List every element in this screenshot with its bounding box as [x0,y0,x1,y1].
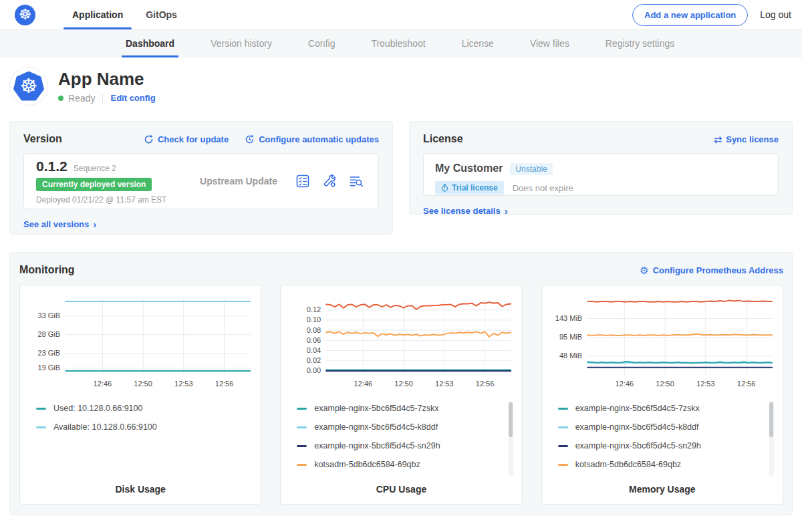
legend-label: example-nginx-5bc6f5d4c5-sn29h [575,441,701,450]
gear-icon: ⚙ [640,265,648,275]
top-tab-application[interactable]: Application [61,0,134,29]
memory-usage-legend: example-nginx-5bc6f5d4c5-7zskxexample-ng… [549,399,776,478]
channel-badge: Unstable [510,163,552,175]
svg-text:12:50: 12:50 [134,380,152,388]
sub-tab-version-history[interactable]: Version history [211,30,272,57]
legend-label: Available: 10.128.0.66:9100 [53,422,157,432]
svg-text:12:46: 12:46 [94,380,112,388]
cpu-usage-legend: example-nginx-5bc6f5d4c5-7zskxexample-ng… [287,399,515,478]
divider [102,94,103,103]
svg-text:0.04: 0.04 [307,346,321,354]
preflight-checks-icon[interactable] [295,174,310,188]
legend-swatch-icon [297,408,307,410]
license-type-badge: Trial license [435,181,504,194]
app-sub-nav: DashboardVersion historyConfigTroublesho… [0,29,802,57]
svg-text:48 MiB: 48 MiB [559,352,582,360]
legend-label: Used: 10.128.0.66:9100 [53,404,142,413]
legend-scrollbar-thumb[interactable] [509,402,513,437]
disk-usage-legend: Used: 10.128.0.66:9100Available: 10.128.… [27,399,254,478]
legend-swatch-icon [297,445,307,447]
svg-text:12:53: 12:53 [696,380,715,388]
legend-item: Used: 10.128.0.66:9100 [36,399,242,418]
svg-text:12:56: 12:56 [737,380,755,388]
sub-tab-license[interactable]: License [462,30,494,57]
sub-tab-config[interactable]: Config [308,30,335,57]
current-version-box: 0.1.2 Sequence 2 Currently deployed vers… [23,153,379,209]
svg-text:0.08: 0.08 [307,326,321,334]
configure-automatic-updates-link[interactable]: Configure automatic updates [245,134,379,144]
legend-swatch-icon [558,408,568,410]
sub-tab-dashboard[interactable]: Dashboard [126,30,174,57]
sub-tab-registry-settings[interactable]: Registry settings [606,30,674,57]
svg-text:143 MiB: 143 MiB [555,314,581,322]
monitoring-section: Monitoring ⚙ Configure Prometheus Addres… [9,252,793,515]
svg-text:0.02: 0.02 [307,356,321,364]
svg-text:0.00: 0.00 [307,366,321,374]
memory-usage-chart: 143 MiB95 MiB48 MiB12:4612:5012:5312:56 [549,292,776,394]
customer-name: My Customer [435,162,503,174]
logout-link[interactable]: Log out [760,9,791,20]
legend-label: example-nginx-5bc6f5d4c5-7zskx [575,404,700,413]
sub-tab-view-files[interactable]: View files [530,30,569,57]
legend-swatch-icon [297,464,307,466]
monitoring-title: Monitoring [19,264,75,276]
svg-text:0.10: 0.10 [307,315,321,323]
legend-item: example-nginx-5bc6f5d4c5-sn29h [558,436,764,455]
edit-config-link[interactable]: Edit config [110,93,155,103]
legend-item: kotsadm-5db6dc6584-69qbz [558,455,764,474]
kubernetes-logo-icon[interactable]: ☸ [15,5,35,25]
version-card: Version Check for update Configure au [9,121,393,235]
legend-scrollbar[interactable] [769,401,774,476]
sync-license-link[interactable]: ⇄ Sync license [714,134,779,144]
see-all-versions-link[interactable]: See all versions › [23,219,96,229]
cpu-usage-card: 0.120.100.080.060.040.020.0012:4612:5012… [280,285,522,505]
check-for-update-link[interactable]: Check for update [144,134,229,144]
add-application-button[interactable]: Add a new application [632,4,748,26]
chevron-right-icon: › [93,219,96,229]
legend-item: example-nginx-5bc6f5d4c5-7zskx [558,399,764,418]
memory-usage-card: 143 MiB95 MiB48 MiB12:4612:5012:5312:56 … [541,285,783,505]
svg-text:12:53: 12:53 [435,380,454,388]
app-header: ☸ App Name Ready Edit config [0,57,802,114]
chart-title: Memory Usage [549,479,776,497]
legend-item: example-nginx-5bc6f5d4c5-k8ddf [558,418,764,436]
status-dot-icon [58,96,63,101]
disk-usage-card: 33 GiB28 GiB23 GiB19 GiB12:4612:5012:531… [19,285,261,505]
svg-text:12:56: 12:56 [476,380,495,388]
legend-scrollbar-thumb[interactable] [769,402,773,437]
sync-icon: ⇄ [714,134,722,144]
legend-item: kotsadm-5db6dc6584-69qbz [297,455,503,474]
chevron-right-icon: › [505,206,508,216]
legend-swatch-icon [36,408,46,410]
cpu-usage-chart: 0.120.100.080.060.040.020.0012:4612:5012… [287,292,515,394]
svg-text:12:46: 12:46 [615,380,634,388]
see-license-details-link[interactable]: See license details › [423,206,508,216]
legend-item: example-nginx-5bc6f5d4c5-7zskx [297,399,503,418]
sub-tab-troubleshoot[interactable]: Troubleshoot [371,30,425,57]
config-wrench-icon[interactable] [322,174,337,188]
legend-scrollbar[interactable] [509,401,513,476]
kubernetes-app-icon: ☸ [13,72,44,101]
svg-text:33 GiB: 33 GiB [38,311,61,319]
svg-text:12:46: 12:46 [354,380,373,388]
svg-text:12:50: 12:50 [656,380,674,388]
svg-text:12:50: 12:50 [395,380,414,388]
svg-text:23 GiB: 23 GiB [38,349,61,357]
legend-item: example-nginx-5bc6f5d4c5-k8ddf [297,418,503,436]
top-nav: ☸ ApplicationGitOps Add a new applicatio… [0,0,802,29]
chart-title: CPU Usage [287,479,515,497]
version-source: Upstream Update [182,176,295,186]
top-tab-gitops[interactable]: GitOps [134,0,188,29]
legend-label: example-nginx-5bc6f5d4c5-k8ddf [575,422,699,432]
legend-label: example-nginx-5bc6f5d4c5-sn29h [314,441,440,450]
chart-title: Disk Usage [27,479,254,497]
version-sequence: Sequence 2 [74,164,116,173]
legend-item: Available: 10.128.0.66:9100 [36,418,242,436]
configure-prometheus-link[interactable]: ⚙ Configure Prometheus Address [640,265,783,275]
license-card: License ⇄ Sync license My Customer Unsta… [409,121,793,215]
legend-swatch-icon [297,426,307,428]
refresh-icon [144,134,154,144]
legend-swatch-icon [558,445,568,447]
deploy-logs-icon[interactable] [349,174,364,188]
page-title: App Name [58,69,156,90]
